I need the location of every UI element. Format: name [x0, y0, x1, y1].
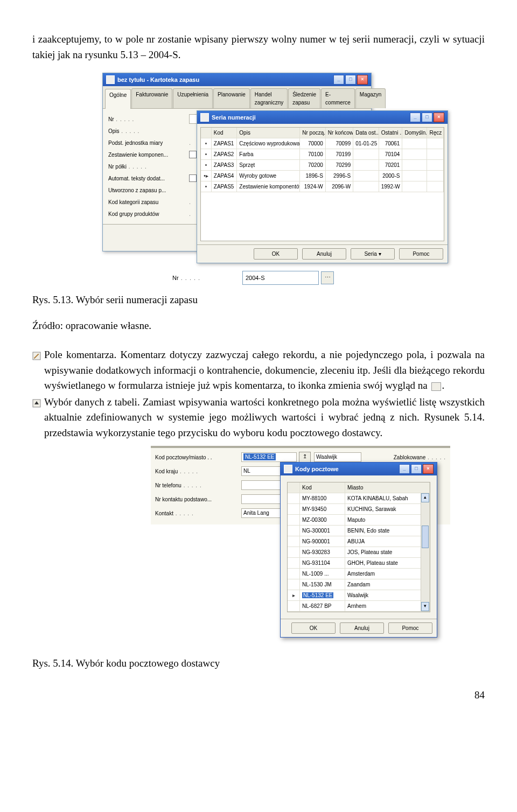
- close-button[interactable]: ×: [357, 75, 368, 85]
- scrollbar[interactable]: ▴ ▾: [421, 493, 429, 611]
- col-miasto[interactable]: Miasto: [345, 482, 430, 493]
- cancel-button[interactable]: Anuluj: [340, 622, 384, 634]
- table-row[interactable]: NG-931104GHOH, Plateau state: [288, 558, 430, 569]
- col-data[interactable]: Data ost...: [353, 128, 379, 138]
- titlebar-kartoteka: bez tytułu - Kartoteka zapasu _ □ ×: [103, 73, 371, 86]
- figure-source-1: Źródło: opracowanie własne.: [32, 318, 485, 334]
- popup-title: Kody pocztowe: [295, 465, 339, 474]
- maximize-button[interactable]: □: [422, 113, 432, 122]
- table-row[interactable]: ▸NL-5132 EEWaalwijk: [288, 590, 430, 601]
- table-row[interactable]: NG-900001ABUJA: [288, 536, 430, 547]
- table-row[interactable]: NL-1009 ...Amsterdam: [288, 569, 430, 579]
- checkbox-autom[interactable]: [189, 174, 197, 182]
- label-kodkat: Kod kategorii zapasu: [108, 198, 189, 206]
- help-button[interactable]: Pomoc: [399, 248, 443, 260]
- field-miasto[interactable]: Waalwijk: [314, 452, 361, 462]
- tab-ecommerce[interactable]: E-commerce: [321, 88, 355, 108]
- screenshot-2: Kod pocztowy/miasto . . NL-5132 EE ↥ Waa…: [151, 446, 442, 640]
- lookup-button[interactable]: ⋯: [321, 271, 334, 284]
- ok-button[interactable]: OK: [254, 248, 298, 260]
- window-seria-numeracji: Seria numeracji _ □ × Kod Opis Nr począ.…: [197, 110, 448, 263]
- popup-kody-pocztowe: Kody pocztowe _ □ × Kod Miasto MY-88100K…: [280, 462, 437, 638]
- label-kontakt: Kontakt: [155, 509, 241, 517]
- label-tel: Nr telefonu: [155, 481, 241, 489]
- table-row[interactable]: NL-6827 BPArnhem: [288, 601, 430, 612]
- window-title: Seria numeracji: [212, 113, 256, 122]
- titlebar-popup: Kody pocztowe _ □ ×: [281, 463, 437, 475]
- comment-icon: [431, 382, 441, 391]
- table-row[interactable]: MY-93450KUCHING, Sarawak: [288, 504, 430, 515]
- table-row[interactable]: NG-930283JOS, Plateau state: [288, 547, 430, 558]
- table-row[interactable]: MZ-00300Maputo: [288, 515, 430, 526]
- close-button[interactable]: ×: [434, 113, 444, 122]
- tab-sledzenie[interactable]: Śledzenie zapasu: [288, 88, 320, 108]
- scroll-thumb[interactable]: [422, 526, 429, 548]
- minimize-button[interactable]: _: [399, 464, 410, 474]
- tab-bar: Ogólne Fakturowanie Uzupełnienia Planowa…: [103, 86, 371, 109]
- label-nrpolki: Nr półki: [108, 163, 189, 171]
- col-pocz[interactable]: Nr począ...: [300, 128, 326, 138]
- col-kod[interactable]: Kod: [300, 482, 345, 493]
- tab-ogolne[interactable]: Ogólne: [105, 89, 131, 109]
- grid-kody: Kod Miasto MY-88100KOTA KINABALU, SabahM…: [287, 482, 430, 612]
- pencil-icon: [32, 347, 44, 365]
- label-nr: Nr: [172, 274, 242, 283]
- col-recz[interactable]: Ręcz: [427, 128, 444, 138]
- tab-uzupelnienia[interactable]: Uzupełnienia: [173, 88, 213, 108]
- scroll-down-icon[interactable]: ▾: [421, 602, 429, 611]
- table-row[interactable]: •ZAPAS1Częściowo wyprodukowany7000070099…: [201, 138, 444, 149]
- scroll-up-icon[interactable]: ▴: [421, 493, 429, 502]
- maximize-button[interactable]: □: [411, 464, 422, 474]
- bullet-comment: Pole komentarza. Komentarz dotyczy zazwy…: [44, 347, 485, 394]
- table-row[interactable]: NG-300001BENIN, Edo state: [288, 526, 430, 536]
- minimize-button[interactable]: _: [333, 75, 344, 85]
- table-row[interactable]: •ZAPAS2Farba701007019970104: [201, 149, 444, 160]
- col-ost[interactable]: Ostatni ...: [379, 128, 403, 138]
- window-icon: [106, 75, 115, 84]
- label-utw: Utworzono z zapasu p...: [108, 186, 189, 194]
- label-nr: Nr: [108, 115, 189, 123]
- label-kodp: Kod pocztowy/miasto . .: [155, 453, 241, 461]
- field-kodp[interactable]: NL-5132 EE: [241, 452, 297, 462]
- label-opis: Opis: [108, 127, 189, 135]
- cancel-button[interactable]: Anuluj: [302, 248, 346, 260]
- label-kodgrp: Kod grupy produktów: [108, 210, 189, 218]
- minimize-button[interactable]: _: [410, 113, 421, 122]
- label-autom: Automat. teksty dodat...: [108, 174, 189, 183]
- col-konc[interactable]: Nr końcowy: [326, 128, 353, 138]
- window-icon: [284, 465, 292, 473]
- screenshot-1: bez tytułu - Kartoteka zapasu _ □ × Ogól…: [102, 73, 485, 285]
- page-number: 84: [32, 688, 485, 703]
- table-row[interactable]: NL-1530 JMZaandam: [288, 579, 430, 590]
- table-row[interactable]: •ZAPAS5Zestawienie komponentów1924-W2096…: [201, 181, 444, 192]
- tab-fakturowanie[interactable]: Fakturowanie: [131, 88, 172, 108]
- nr-input[interactable]: [242, 271, 319, 285]
- label-podst: Podst. jednostka miary: [108, 139, 189, 147]
- label-kodk: Kod kraju: [155, 467, 241, 475]
- tab-magazyn[interactable]: Magazyn: [355, 88, 386, 108]
- table-row[interactable]: •ZAPAS3Sprzęt702007029970201: [201, 160, 444, 171]
- ok-button[interactable]: OK: [291, 622, 336, 634]
- lookup-up-button[interactable]: ↥: [299, 452, 311, 463]
- titlebar-seria: Seria numeracji _ □ ×: [197, 111, 448, 124]
- close-button[interactable]: ×: [423, 464, 434, 474]
- help-button[interactable]: Pomoc: [388, 622, 432, 634]
- tab-handel[interactable]: Handel zagraniczny: [250, 88, 288, 108]
- table-row[interactable]: MY-88100KOTA KINABALU, Sabah: [288, 493, 430, 504]
- seria-button[interactable]: Seria ▾: [351, 248, 395, 260]
- col-opis[interactable]: Opis: [237, 128, 300, 138]
- label-kontakt-podst: Nr kontaktu podstawo...: [155, 495, 241, 503]
- col-dom[interactable]: Domyśln...: [402, 128, 427, 138]
- table-row[interactable]: •▸ZAPAS4Wyroby gotowe1896-S2996-S2000-S: [201, 171, 444, 181]
- label-zest: Zestawienie komponen...: [108, 151, 189, 159]
- tab-planowanie[interactable]: Planowanie: [213, 88, 250, 108]
- intro-paragraph: i zaakceptujemy, to w pole nr zostanie w…: [32, 32, 485, 62]
- window-title: bez tytułu - Kartoteka zapasu: [117, 75, 199, 85]
- label-zabl: Zablokowane: [394, 453, 446, 461]
- maximize-button[interactable]: □: [345, 75, 356, 85]
- col-kod[interactable]: Kod: [212, 128, 237, 138]
- window-icon: [200, 113, 209, 122]
- checkbox-zest[interactable]: [189, 151, 197, 158]
- figure-caption-1: Rys. 5.13. Wybór serii numeracji zapasu: [32, 292, 485, 308]
- bullet-lookup: Wybór danych z tabeli. Zamiast wpisywani…: [44, 395, 485, 441]
